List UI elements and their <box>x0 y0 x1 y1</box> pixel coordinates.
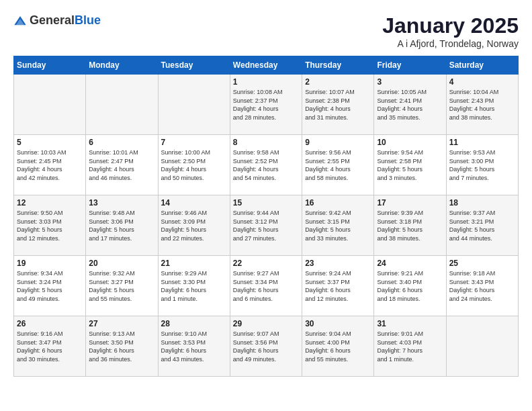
day-info: Sunrise: 9:07 AM Sunset: 3:56 PM Dayligh… <box>233 330 299 363</box>
day-info: Sunrise: 9:37 AM Sunset: 3:21 PM Dayligh… <box>449 209 515 242</box>
day-info: Sunrise: 9:58 AM Sunset: 2:52 PM Dayligh… <box>233 148 299 182</box>
day-info: Sunrise: 10:05 AM Sunset: 2:41 PM Daylig… <box>377 88 443 122</box>
day-number: 27 <box>89 319 154 328</box>
day-info: Sunrise: 9:42 AM Sunset: 3:15 PM Dayligh… <box>305 209 371 242</box>
day-number: 18 <box>449 198 515 208</box>
day-info: Sunrise: 9:34 AM Sunset: 3:24 PM Dayligh… <box>17 269 83 303</box>
week-row-5: 26Sunrise: 9:16 AM Sunset: 3:47 PM Dayli… <box>14 316 519 377</box>
day-cell: 2Sunrise: 10:07 AM Sunset: 2:38 PM Dayli… <box>302 75 374 135</box>
calendar-table: SundayMondayTuesdayWednesdayThursdayFrid… <box>13 56 519 377</box>
day-cell: 30Sunrise: 9:04 AM Sunset: 4:00 PM Dayli… <box>302 316 374 377</box>
header: GeneralBlue January 2025 A i Afjord, Tro… <box>13 13 519 49</box>
day-info: Sunrise: 10:07 AM Sunset: 2:38 PM Daylig… <box>305 88 371 122</box>
header-cell-tuesday: Tuesday <box>158 56 230 75</box>
day-cell: 23Sunrise: 9:24 AM Sunset: 3:37 PM Dayli… <box>302 256 374 316</box>
header-cell-thursday: Thursday <box>302 56 374 75</box>
logo-icon <box>13 14 27 28</box>
header-cell-friday: Friday <box>374 56 446 75</box>
day-number: 15 <box>233 198 299 208</box>
day-info: Sunrise: 9:53 AM Sunset: 3:00 PM Dayligh… <box>449 148 515 182</box>
day-cell: 10Sunrise: 9:54 AM Sunset: 2:58 PM Dayli… <box>374 135 446 195</box>
day-number: 8 <box>233 138 299 147</box>
logo-general: GeneralBlue <box>30 13 101 28</box>
day-number: 23 <box>305 259 371 268</box>
day-cell: 4Sunrise: 10:04 AM Sunset: 2:43 PM Dayli… <box>446 75 518 135</box>
day-number: 14 <box>161 198 227 208</box>
day-cell: 3Sunrise: 10:05 AM Sunset: 2:41 PM Dayli… <box>374 75 446 135</box>
day-info: Sunrise: 9:21 AM Sunset: 3:40 PM Dayligh… <box>377 269 443 303</box>
day-info: Sunrise: 9:56 AM Sunset: 2:55 PM Dayligh… <box>305 148 371 182</box>
day-info: Sunrise: 9:48 AM Sunset: 3:06 PM Dayligh… <box>89 209 154 242</box>
day-number: 16 <box>305 198 371 208</box>
day-cell: 1Sunrise: 10:08 AM Sunset: 2:37 PM Dayli… <box>230 75 302 135</box>
day-info: Sunrise: 9:24 AM Sunset: 3:37 PM Dayligh… <box>305 269 371 303</box>
day-info: Sunrise: 9:13 AM Sunset: 3:50 PM Dayligh… <box>89 330 154 363</box>
day-number: 21 <box>161 259 227 268</box>
day-number: 25 <box>449 259 515 268</box>
day-cell: 19Sunrise: 9:34 AM Sunset: 3:24 PM Dayli… <box>14 256 86 316</box>
day-cell <box>446 316 518 377</box>
day-number: 10 <box>377 138 443 147</box>
header-cell-sunday: Sunday <box>14 56 86 75</box>
day-number: 6 <box>89 138 154 147</box>
day-number: 20 <box>89 259 154 268</box>
header-cell-wednesday: Wednesday <box>230 56 302 75</box>
header-cell-monday: Monday <box>86 56 158 75</box>
day-cell: 25Sunrise: 9:18 AM Sunset: 3:43 PM Dayli… <box>446 256 518 316</box>
day-info: Sunrise: 9:16 AM Sunset: 3:47 PM Dayligh… <box>17 330 83 363</box>
day-cell: 12Sunrise: 9:50 AM Sunset: 3:03 PM Dayli… <box>14 195 86 256</box>
day-cell: 7Sunrise: 10:00 AM Sunset: 2:50 PM Dayli… <box>158 135 230 195</box>
day-number: 3 <box>377 77 443 87</box>
day-info: Sunrise: 10:04 AM Sunset: 2:43 PM Daylig… <box>449 88 515 122</box>
day-info: Sunrise: 9:04 AM Sunset: 4:00 PM Dayligh… <box>305 330 371 363</box>
title-area: January 2025 A i Afjord, Trondelag, Norw… <box>382 13 519 49</box>
day-number: 5 <box>17 138 83 147</box>
day-cell: 6Sunrise: 10:01 AM Sunset: 2:47 PM Dayli… <box>86 135 158 195</box>
day-cell: 15Sunrise: 9:44 AM Sunset: 3:12 PM Dayli… <box>230 195 302 256</box>
header-row: SundayMondayTuesdayWednesdayThursdayFrid… <box>14 56 519 75</box>
day-number: 26 <box>17 319 83 328</box>
day-cell: 11Sunrise: 9:53 AM Sunset: 3:00 PM Dayli… <box>446 135 518 195</box>
day-info: Sunrise: 9:39 AM Sunset: 3:18 PM Dayligh… <box>377 209 443 242</box>
day-cell <box>14 75 86 135</box>
week-row-4: 19Sunrise: 9:34 AM Sunset: 3:24 PM Dayli… <box>14 256 519 316</box>
day-cell: 22Sunrise: 9:27 AM Sunset: 3:34 PM Dayli… <box>230 256 302 316</box>
day-info: Sunrise: 10:00 AM Sunset: 2:50 PM Daylig… <box>161 148 227 182</box>
main-title: January 2025 <box>382 13 519 38</box>
day-cell: 13Sunrise: 9:48 AM Sunset: 3:06 PM Dayli… <box>86 195 158 256</box>
day-info: Sunrise: 9:32 AM Sunset: 3:27 PM Dayligh… <box>89 269 154 303</box>
day-cell: 18Sunrise: 9:37 AM Sunset: 3:21 PM Dayli… <box>446 195 518 256</box>
day-number: 1 <box>233 77 299 87</box>
day-number: 7 <box>161 138 227 147</box>
day-info: Sunrise: 9:29 AM Sunset: 3:30 PM Dayligh… <box>161 269 227 303</box>
day-info: Sunrise: 9:46 AM Sunset: 3:09 PM Dayligh… <box>161 209 227 242</box>
day-number: 30 <box>305 319 371 328</box>
day-number: 24 <box>377 259 443 268</box>
day-cell: 28Sunrise: 9:10 AM Sunset: 3:53 PM Dayli… <box>158 316 230 377</box>
week-row-2: 5Sunrise: 10:03 AM Sunset: 2:45 PM Dayli… <box>14 135 519 195</box>
day-cell: 5Sunrise: 10:03 AM Sunset: 2:45 PM Dayli… <box>14 135 86 195</box>
day-info: Sunrise: 9:10 AM Sunset: 3:53 PM Dayligh… <box>161 330 227 363</box>
day-number: 22 <box>233 259 299 268</box>
day-info: Sunrise: 9:44 AM Sunset: 3:12 PM Dayligh… <box>233 209 299 242</box>
day-cell: 17Sunrise: 9:39 AM Sunset: 3:18 PM Dayli… <box>374 195 446 256</box>
day-info: Sunrise: 9:54 AM Sunset: 2:58 PM Dayligh… <box>377 148 443 182</box>
day-cell: 31Sunrise: 9:01 AM Sunset: 4:03 PM Dayli… <box>374 316 446 377</box>
day-info: Sunrise: 9:27 AM Sunset: 3:34 PM Dayligh… <box>233 269 299 303</box>
day-info: Sunrise: 9:18 AM Sunset: 3:43 PM Dayligh… <box>449 269 515 303</box>
day-number: 29 <box>233 319 299 328</box>
day-cell: 29Sunrise: 9:07 AM Sunset: 3:56 PM Dayli… <box>230 316 302 377</box>
day-info: Sunrise: 9:01 AM Sunset: 4:03 PM Dayligh… <box>377 330 443 363</box>
logo: GeneralBlue <box>13 13 101 28</box>
day-cell <box>158 75 230 135</box>
day-cell: 20Sunrise: 9:32 AM Sunset: 3:27 PM Dayli… <box>86 256 158 316</box>
day-cell: 21Sunrise: 9:29 AM Sunset: 3:30 PM Dayli… <box>158 256 230 316</box>
day-number: 4 <box>449 77 515 87</box>
day-info: Sunrise: 9:50 AM Sunset: 3:03 PM Dayligh… <box>17 209 83 242</box>
day-cell: 26Sunrise: 9:16 AM Sunset: 3:47 PM Dayli… <box>14 316 86 377</box>
day-number: 11 <box>449 138 515 147</box>
day-cell: 24Sunrise: 9:21 AM Sunset: 3:40 PM Dayli… <box>374 256 446 316</box>
day-number: 19 <box>17 259 83 268</box>
day-cell: 27Sunrise: 9:13 AM Sunset: 3:50 PM Dayli… <box>86 316 158 377</box>
day-number: 28 <box>161 319 227 328</box>
